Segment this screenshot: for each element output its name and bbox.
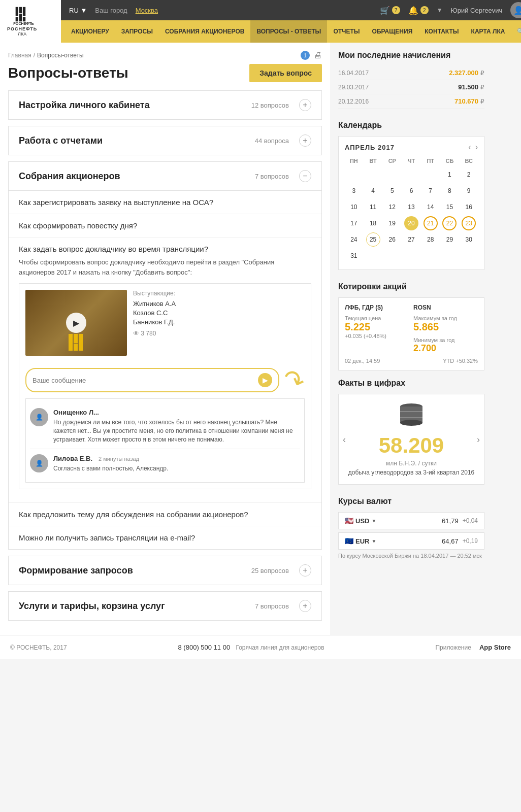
- comment-text-1: Но дождемся ли мы все того, что хотелось…: [53, 418, 300, 444]
- copyright: © РОСНЕФТЬ, 2017: [10, 644, 67, 651]
- city-label: Ваш город: [95, 7, 127, 14]
- cal-day-2[interactable]: 2: [462, 167, 476, 182]
- cal-day-16[interactable]: 16: [462, 200, 476, 214]
- facts-next-button[interactable]: ›: [477, 434, 480, 445]
- nav-item-voprosy[interactable]: ВОПРОСЫ - ОТВЕТЫ: [250, 20, 327, 43]
- message-input[interactable]: [32, 377, 258, 384]
- cal-day-18[interactable]: 18: [366, 216, 380, 230]
- usd-selector[interactable]: 🇺🇸 USD ▼: [345, 517, 376, 525]
- top-bar: RU ▼ Ваш город Москва 🛒 7 🔔 2 ▼ Юр: [61, 0, 521, 20]
- cal-day-1[interactable]: 1: [442, 167, 457, 182]
- cal-day-7[interactable]: 7: [424, 184, 438, 198]
- cal-day-27[interactable]: 27: [404, 232, 418, 247]
- arrow-decoration: ↷: [279, 363, 309, 398]
- eur-selector[interactable]: 🇪🇺 EUR ▼: [345, 537, 376, 545]
- comment-author-1: Онищенко Л...: [53, 409, 99, 416]
- ask-question-button[interactable]: Задать вопрос: [249, 64, 322, 82]
- app-store-link[interactable]: App Store: [479, 644, 511, 651]
- nav-item-sobraniya[interactable]: СОБРАНИЯ АКЦИОНЕРОВ: [159, 20, 250, 43]
- cal-day-28[interactable]: 28: [424, 232, 438, 247]
- facts-box: ‹ 58.209 млн Б.Н.Э. / сутки добыча углев…: [338, 394, 484, 485]
- dropdown-arrow-icon: ▼: [437, 7, 443, 14]
- user-name[interactable]: Юрий Сергееvич: [451, 7, 503, 14]
- faq-section-meetings-toggle[interactable]: −: [299, 170, 311, 182]
- quotes-section: Котировки акций ЛФБ, ГДР ($) ROSN Текуща…: [338, 282, 484, 370]
- cal-day-20[interactable]: 20: [404, 216, 418, 230]
- faq-question-3: Как задать вопрос докладчику во время тр…: [19, 245, 311, 253]
- cal-day-15[interactable]: 15: [442, 200, 457, 214]
- language-selector[interactable]: RU ▼: [69, 7, 87, 14]
- full-header: РОСНЕФТЬ ЛКА РОСНЕФТЬ ЛКА RU ▼ Ваш город…: [0, 0, 521, 43]
- cal-day-29[interactable]: 29: [442, 232, 457, 247]
- cal-day-17[interactable]: 17: [347, 216, 361, 230]
- print-icon[interactable]: 🖨: [314, 51, 322, 60]
- hotline-number[interactable]: 8 (800) 500 11 00: [178, 644, 231, 651]
- cart-icon-area[interactable]: 🛒 7: [380, 6, 400, 15]
- facts-prev-button[interactable]: ‹: [343, 434, 346, 445]
- faq-section-reports-header[interactable]: Работа с отчетами 44 вопроса +: [9, 126, 321, 155]
- cal-day-30[interactable]: 30: [462, 232, 476, 247]
- faq-section-settings-header[interactable]: Настройка личного кабинета 12 вопросов +: [9, 91, 321, 119]
- search-nav-button[interactable]: 🔍: [511, 20, 521, 43]
- faq-question-4: Как предложить тему для обсуждения на со…: [19, 510, 311, 519]
- footer-hotline: 8 (800) 500 11 00 Горячая линия для акци…: [178, 644, 324, 651]
- svg-rect-4: [19, 14, 21, 21]
- nav-item-akcioneru[interactable]: АКЦИОНЕРУ: [65, 20, 115, 43]
- notification-icon-area[interactable]: 🔔 2: [408, 6, 429, 15]
- cal-day-8[interactable]: 8: [442, 184, 457, 198]
- cal-day-21[interactable]: 21: [424, 216, 438, 230]
- faq-section-settings-toggle[interactable]: +: [299, 99, 311, 111]
- cal-day-19[interactable]: 19: [385, 216, 399, 230]
- cal-day-6[interactable]: 6: [404, 184, 418, 198]
- comment-1: 👤 Онищенко Л... Но дождемся ли мы все то…: [30, 403, 300, 449]
- cal-day-3[interactable]: 3: [347, 184, 361, 198]
- cal-day-12[interactable]: 12: [385, 200, 399, 214]
- nav-item-kontakty[interactable]: КОНТАКТЫ: [418, 20, 465, 43]
- faq-section-requests-header[interactable]: Формирование запросов 25 вопросов +: [9, 556, 321, 585]
- video-thumbnail[interactable]: ▶: [25, 290, 127, 356]
- cal-day-23[interactable]: 23: [462, 216, 476, 230]
- faq-item-2[interactable]: Как сформировать повестку дня?: [9, 214, 321, 238]
- faq-question-5: Можно ли получить запись трансляции на e…: [19, 533, 311, 542]
- faq-section-services-header[interactable]: Услуги и тарифы, корзина услуг 7 вопросо…: [9, 592, 321, 620]
- faq-section-services-toggle[interactable]: +: [299, 600, 311, 612]
- calendar-title: Календарь: [338, 121, 484, 130]
- cal-day-25[interactable]: 25: [366, 232, 380, 247]
- cal-day-10[interactable]: 10: [347, 200, 361, 214]
- cal-day-22[interactable]: 22: [442, 216, 457, 230]
- nav-item-otchety[interactable]: ОТЧЕТЫ: [327, 20, 366, 43]
- faq-item-4[interactable]: Как предложить тему для обсуждения на со…: [9, 503, 321, 526]
- cal-header-sun: ВС: [460, 156, 478, 166]
- cal-header-sat: СБ: [441, 156, 459, 166]
- faq-item-3[interactable]: Как задать вопрос докладчику во время тр…: [9, 238, 321, 503]
- nav-item-karta[interactable]: КАРТА ЛКА: [465, 20, 511, 43]
- nav-item-obrascheniya[interactable]: ОБРАЩЕНИЯ: [366, 20, 419, 43]
- faq-section-reports-toggle[interactable]: +: [299, 134, 311, 147]
- faq-section-meetings-count: 7 вопросов: [255, 173, 289, 180]
- calendar-prev-button[interactable]: ‹: [468, 143, 471, 152]
- city-link[interactable]: Москва: [136, 7, 158, 14]
- cal-day-13[interactable]: 13: [404, 200, 418, 214]
- faq-item-5[interactable]: Можно ли получить запись трансляции на e…: [9, 526, 321, 549]
- cal-day-26[interactable]: 26: [385, 232, 399, 247]
- nav-item-zaprosy[interactable]: ЗАПРОСЫ: [115, 20, 159, 43]
- video-play-button[interactable]: ▶: [66, 313, 86, 333]
- faq-section-meetings-header[interactable]: Собрания акционеров 7 вопросов −: [9, 162, 321, 190]
- svg-rect-2: [22, 7, 25, 16]
- cal-day-4[interactable]: 4: [366, 184, 380, 198]
- bell-icon: 🔔: [408, 6, 418, 15]
- cal-day-9[interactable]: 9: [462, 184, 476, 198]
- avatar[interactable]: 👤: [510, 2, 521, 18]
- calendar-next-button[interactable]: ›: [475, 143, 478, 152]
- faq-item-1[interactable]: Как зарегистрировать заявку на выступлен…: [9, 191, 321, 214]
- faq-section-requests-toggle[interactable]: +: [299, 564, 311, 577]
- accruals-title: Мои последние начисления: [338, 51, 484, 60]
- cal-header-wed: СР: [383, 156, 401, 166]
- send-button[interactable]: ▶: [258, 373, 272, 387]
- cal-day-24[interactable]: 24: [347, 232, 361, 247]
- breadcrumb-home[interactable]: Главная: [8, 52, 31, 59]
- cal-day-14[interactable]: 14: [424, 200, 438, 214]
- cal-day-31[interactable]: 31: [347, 249, 361, 263]
- cal-day-5[interactable]: 5: [385, 184, 399, 198]
- cal-day-11[interactable]: 11: [366, 200, 380, 214]
